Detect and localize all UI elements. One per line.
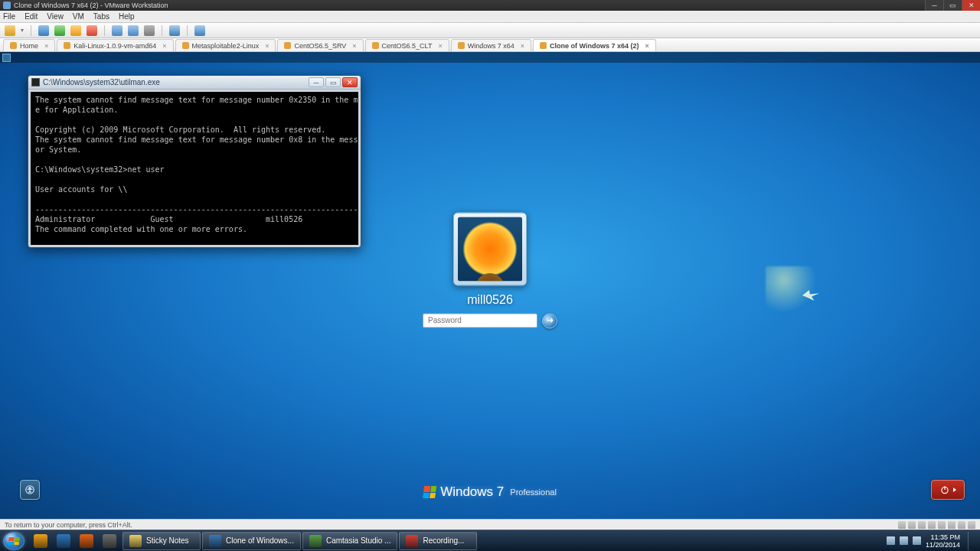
vm-tab-5[interactable]: Windows 7 x64× bbox=[451, 39, 531, 51]
show-desktop-button[interactable] bbox=[968, 532, 974, 550]
pinned-app-2[interactable] bbox=[75, 532, 98, 550]
snapshot-icon[interactable] bbox=[112, 25, 122, 36]
fullscreen-icon[interactable] bbox=[194, 25, 205, 36]
vm-tab-label: Kali-Linux-1.0.9-vm-amd64 bbox=[74, 42, 156, 50]
cmd-window[interactable]: C:\Windows\system32\utilman.exe ─ ▭ ✕ Th… bbox=[28, 75, 361, 248]
password-input[interactable] bbox=[423, 314, 537, 328]
power-options-button[interactable] bbox=[931, 480, 965, 500]
vm-tab-4[interactable]: CentOS6.5_CLT× bbox=[365, 39, 449, 51]
device-floppy-icon[interactable] bbox=[918, 521, 926, 529]
menu-view[interactable]: View bbox=[47, 12, 64, 21]
status-hint-text: To return to your computer, press Ctrl+A… bbox=[5, 521, 132, 529]
vm-tab-close-icon[interactable]: × bbox=[521, 42, 524, 50]
device-usb-icon[interactable] bbox=[938, 521, 946, 529]
tray-volume-icon[interactable] bbox=[913, 536, 921, 545]
vm-tab-label: CentOS6.5_SRV bbox=[294, 42, 346, 50]
system-tray: 11:35 PM 11/20/2014 bbox=[887, 532, 977, 550]
suspend-icon[interactable] bbox=[70, 25, 81, 36]
vm-tab-close-icon[interactable]: × bbox=[265, 42, 269, 50]
host-maximize-button[interactable]: ▭ bbox=[943, 0, 962, 11]
device-hdd-icon[interactable] bbox=[898, 521, 906, 529]
tool-home-dropdown[interactable]: ▾ bbox=[21, 27, 24, 34]
revert-icon[interactable] bbox=[144, 25, 155, 36]
ease-of-access-icon bbox=[24, 484, 35, 495]
host-close-button[interactable]: ✕ bbox=[962, 0, 980, 11]
task-button-label: Recording... bbox=[423, 536, 464, 545]
pinned-app-3[interactable] bbox=[98, 532, 121, 550]
vm-tab-close-icon[interactable]: × bbox=[438, 42, 442, 50]
login-submit-button[interactable]: ➜ bbox=[542, 313, 557, 328]
brand-windows-text: Windows bbox=[440, 484, 493, 499]
device-net-icon[interactable] bbox=[928, 521, 936, 529]
pinned-app-icon bbox=[80, 534, 93, 548]
vm-tab-icon bbox=[10, 42, 17, 49]
taskbar-clock[interactable]: 11:35 PM 11/20/2014 bbox=[926, 533, 960, 549]
user-avatar-flower-icon bbox=[458, 217, 522, 281]
task-button-label: Clone of Windows... bbox=[226, 536, 294, 545]
pinned-app-0[interactable] bbox=[29, 532, 52, 550]
login-tile: mill0526 ➜ bbox=[423, 212, 557, 328]
vm-tab-label: Windows 7 x64 bbox=[468, 42, 514, 50]
device-display-icon[interactable] bbox=[968, 521, 975, 529]
guest-display[interactable]: mill0526 ➜ Windows 7 Professional bbox=[0, 52, 980, 519]
start-button[interactable] bbox=[3, 532, 24, 550]
menu-tabs[interactable]: Tabs bbox=[93, 12, 109, 21]
vm-tab-close-icon[interactable]: × bbox=[44, 42, 48, 50]
ease-of-access-button[interactable] bbox=[20, 480, 40, 500]
pinned-app-1[interactable] bbox=[52, 532, 75, 550]
vmware-tabbar: Home×Kali-Linux-1.0.9-vm-amd64×Metasploi… bbox=[0, 38, 980, 52]
user-avatar-frame[interactable] bbox=[453, 212, 527, 285]
vm-tab-close-icon[interactable]: × bbox=[352, 42, 356, 50]
clock-time: 11:35 PM bbox=[926, 533, 960, 541]
vm-tab-close-icon[interactable]: × bbox=[645, 42, 648, 50]
vm-tab-label: Metasploitable2-Linux bbox=[192, 42, 260, 50]
cmd-minimize-button[interactable]: ─ bbox=[309, 77, 324, 87]
vm-tab-icon bbox=[372, 42, 379, 49]
play-icon[interactable] bbox=[54, 25, 65, 36]
vm-tab-6[interactable]: Clone of Windows 7 x64 (2)× bbox=[533, 39, 656, 51]
vmware-menubar: File Edit View VM Tabs Help bbox=[0, 11, 980, 23]
unity-icon[interactable] bbox=[169, 25, 180, 36]
menu-file[interactable]: File bbox=[3, 12, 15, 21]
guest-top-strip bbox=[0, 52, 980, 63]
task-app-icon bbox=[209, 535, 221, 547]
host-taskbar: Sticky NotesClone of Windows...Camtasia … bbox=[0, 530, 980, 551]
pinned-app-icon bbox=[103, 534, 116, 548]
cmd-maximize-button[interactable]: ▭ bbox=[325, 77, 341, 87]
wallpaper-leaf-glow bbox=[766, 266, 827, 312]
snapshot-manager-icon[interactable] bbox=[128, 25, 139, 36]
tool-home-icon[interactable] bbox=[5, 25, 15, 36]
task-button-3[interactable]: Recording... bbox=[399, 532, 477, 550]
vm-tab-0[interactable]: Home× bbox=[3, 39, 55, 51]
task-button-1[interactable]: Clone of Windows... bbox=[202, 532, 301, 550]
host-minimize-button[interactable]: ─ bbox=[925, 0, 943, 11]
menu-help[interactable]: Help bbox=[119, 12, 135, 21]
cmd-close-button[interactable]: ✕ bbox=[342, 77, 358, 87]
vm-tab-3[interactable]: CentOS6.5_SRV× bbox=[277, 39, 363, 51]
vm-tab-icon bbox=[540, 42, 547, 49]
device-printer-icon[interactable] bbox=[958, 521, 965, 529]
device-cd-icon[interactable] bbox=[908, 521, 916, 529]
cmd-terminal-output[interactable]: The system cannot find message text for … bbox=[31, 92, 358, 245]
guest-strip-icon[interactable] bbox=[2, 54, 11, 62]
task-button-label: Sticky Notes bbox=[146, 536, 189, 545]
power-off-icon[interactable] bbox=[87, 25, 97, 36]
vm-tab-2[interactable]: Metasploitable2-Linux× bbox=[175, 39, 276, 51]
device-sound-icon[interactable] bbox=[948, 521, 956, 529]
task-button-2[interactable]: Camtasia Studio ... bbox=[302, 532, 397, 550]
windows-flag-icon bbox=[423, 486, 436, 498]
vm-tab-label: Home bbox=[20, 42, 38, 50]
menu-edit[interactable]: Edit bbox=[24, 12, 38, 21]
tray-network-icon[interactable] bbox=[900, 536, 908, 545]
tray-flag-icon[interactable] bbox=[887, 536, 895, 545]
vm-tab-close-icon[interactable]: × bbox=[162, 42, 166, 50]
vm-device-icons bbox=[898, 521, 975, 529]
vmware-title-text: Clone of Windows 7 x64 (2) - VMware Work… bbox=[14, 2, 168, 9]
task-button-0[interactable]: Sticky Notes bbox=[122, 532, 201, 550]
svg-point-1 bbox=[29, 487, 31, 489]
vm-tab-icon bbox=[182, 42, 189, 49]
menu-vm[interactable]: VM bbox=[73, 12, 84, 21]
power-on-icon[interactable] bbox=[38, 25, 49, 36]
cmd-titlebar[interactable]: C:\Windows\system32\utilman.exe ─ ▭ ✕ bbox=[28, 76, 361, 90]
vm-tab-1[interactable]: Kali-Linux-1.0.9-vm-amd64× bbox=[57, 39, 173, 51]
